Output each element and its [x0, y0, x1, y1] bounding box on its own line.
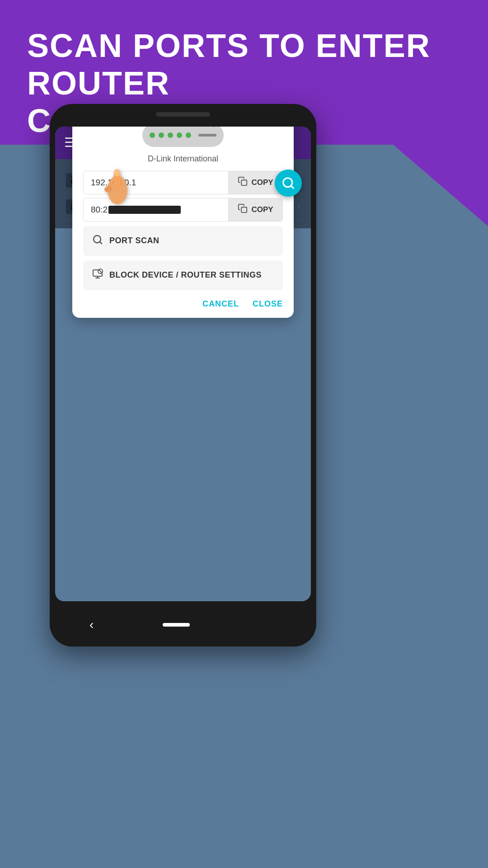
- close-button[interactable]: CLOSE: [253, 299, 283, 309]
- block-device-button[interactable]: BLOCK DEVICE / ROUTER SETTINGS: [83, 260, 283, 290]
- svg-rect-2: [242, 207, 247, 212]
- header-line1: SCAN PORTS TO ENTER: [27, 28, 431, 64]
- fab-search-button[interactable]: [275, 170, 302, 197]
- block-icon: [92, 269, 103, 282]
- copy-ip-button[interactable]: COPY: [228, 171, 282, 194]
- dialog-overlay: D-Link International 192.168.0.1 COP: [55, 159, 311, 228]
- router-dot-5: [186, 132, 191, 138]
- router-dot-1: [150, 132, 155, 138]
- phone-device: ☰ WHO IS ON MY WIFI – NETWO... 📱 192.168…: [50, 104, 316, 646]
- cancel-button[interactable]: CANCEL: [202, 299, 239, 309]
- router-illustration: [83, 127, 283, 147]
- phone-speaker: [156, 112, 210, 117]
- router-body: [142, 127, 224, 147]
- dialog: D-Link International 192.168.0.1 COP: [72, 127, 294, 318]
- mac-row: 80:2 COPY: [83, 198, 283, 222]
- svg-line-4: [100, 241, 102, 243]
- ip-value: 192.168.0.1: [84, 171, 228, 194]
- dialog-footer: CANCEL CLOSE: [83, 295, 283, 309]
- router-dot-2: [159, 132, 164, 138]
- copy-mac-label: COPY: [251, 205, 273, 214]
- router-antenna: [213, 127, 215, 127]
- mac-value: 80:2: [84, 198, 228, 221]
- router-dot-3: [168, 132, 173, 138]
- search-icon: [92, 234, 103, 248]
- ip-row: 192.168.0.1 COPY: [83, 171, 283, 194]
- port-scan-label: PORT SCAN: [109, 236, 160, 245]
- block-device-label: BLOCK DEVICE / ROUTER SETTINGS: [109, 270, 262, 280]
- nav-back-button[interactable]: ‹: [89, 618, 94, 632]
- svg-rect-1: [242, 180, 247, 185]
- mac-hidden: [108, 206, 181, 214]
- copy-mac-button[interactable]: COPY: [228, 198, 282, 221]
- copy-icon-2: [238, 203, 248, 216]
- copy-ip-label: COPY: [251, 178, 273, 187]
- svg-line-11: [291, 186, 293, 188]
- phone-nav-bar: ‹: [55, 603, 311, 646]
- router-line: [198, 134, 216, 137]
- port-scan-button[interactable]: PORT SCAN: [83, 226, 283, 256]
- dialog-device-name: D-Link International: [83, 154, 283, 164]
- phone-screen: ☰ WHO IS ON MY WIFI – NETWO... 📱 192.168…: [55, 127, 311, 601]
- router-dot-4: [177, 132, 182, 138]
- bg-content: 📱 192.168.0.113 34:2d:0d:09:71:51 Samsun…: [55, 159, 311, 228]
- copy-icon-1: [238, 176, 248, 189]
- nav-home-indicator[interactable]: [163, 623, 190, 627]
